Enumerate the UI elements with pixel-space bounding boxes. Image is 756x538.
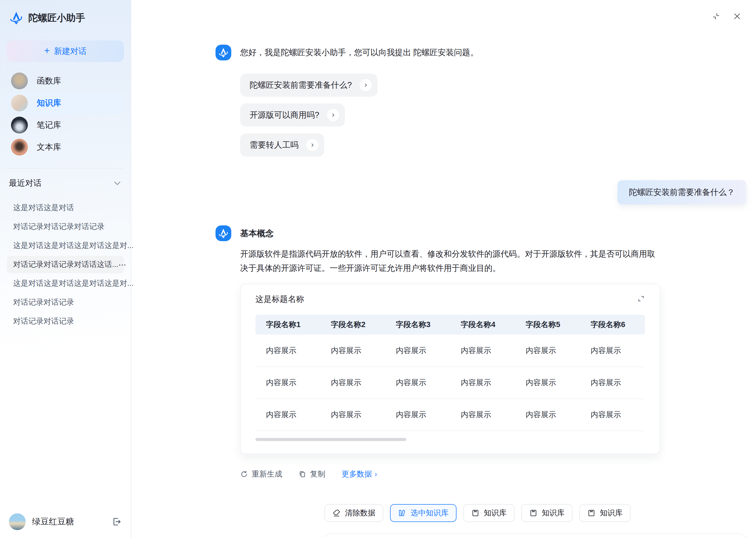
table-cell: 内容展示 (385, 335, 450, 367)
regenerate-button[interactable]: 重新生成 (240, 469, 282, 479)
table-cell: 内容展示 (320, 335, 385, 367)
user-message-row: 陀螺匠安装前需要准备什么？ (215, 180, 746, 204)
bot-answer-message: 基本概念 开源版软件是指源代码开放的软件，用户可以查看、修改和分发软件的源代码。… (215, 225, 756, 479)
user-message-bubble: 陀螺匠安装前需要准备什么？ (617, 180, 746, 204)
nav-item-label: 文本库 (37, 141, 61, 153)
sidebar: 陀螺匠小助手 + 新建对话 函数库 知识库 笔记库 文本库 最近对话 这 (0, 0, 131, 538)
refresh-icon (240, 470, 248, 478)
suggestion-label: 开源版可以商用吗? (250, 110, 319, 121)
column-header: 字段名称5 (515, 315, 580, 335)
conversation-item[interactable]: 对话记录对话记录对话记录 (7, 218, 124, 235)
answer-actions: 重新生成 复制 更多数据 › (240, 469, 662, 479)
user-avatar (9, 513, 26, 530)
column-header: 字段名称2 (320, 315, 385, 335)
bot-avatar (215, 225, 231, 241)
library-avatar (11, 73, 28, 89)
bot-greeting-message: 您好，我是陀螺匠安装小助手，您可以向我提出 陀螺匠安装问题。 (215, 45, 756, 60)
nav-item-knowledge-library[interactable]: 知识库 (7, 92, 124, 114)
table-cell: 内容展示 (385, 399, 450, 431)
nav-item-text-library[interactable]: 文本库 (7, 136, 124, 158)
more-options-icon[interactable]: ⋯ (118, 260, 127, 269)
conversation-item[interactable]: 这是对话这是对话这是对话这是对... (7, 237, 124, 254)
conversation-label: 对话记录对话记录 (13, 316, 74, 327)
library-nav: 函数库 知识库 笔记库 文本库 (7, 70, 124, 158)
conversation-label: 这是对话这是对话这是对话这是对... (13, 241, 134, 251)
new-chat-label: 新建对话 (54, 46, 87, 57)
app-header: 陀螺匠小助手 (7, 11, 124, 25)
new-chat-button[interactable]: + 新建对话 (7, 40, 124, 62)
table-row: 内容展示 内容展示 内容展示 内容展示 内容展示 内容展示 (256, 399, 645, 431)
column-header: 字段名称4 (450, 315, 515, 335)
nav-item-label: 知识库 (37, 97, 61, 108)
user-panel: 绿豆红豆糖 (7, 513, 124, 530)
conversation-item[interactable]: 这是对话这是对话这是对话这是对... (7, 275, 124, 292)
more-data-link[interactable]: 更多数据 › (342, 469, 377, 479)
recent-conversations: 这是对话这是对话 对话记录对话记录对话记录 这是对话这是对话这是对话这是对...… (7, 199, 124, 330)
chip-label: 知识库 (542, 508, 565, 518)
suggestion-label: 陀螺匠安装前需要准备什么? (250, 80, 352, 91)
table-cell: 内容展示 (515, 367, 580, 399)
bookmark-icon (587, 509, 595, 517)
main-area: 您好，我是陀螺匠安装小助手，您可以向我提出 陀螺匠安装问题。 陀螺匠安装前需要准… (131, 0, 756, 538)
bot-logo-icon (218, 47, 229, 58)
clear-data-chip[interactable]: 清除数据 (324, 504, 383, 522)
chevron-right-icon[interactable]: › (327, 109, 339, 121)
plus-icon: + (44, 46, 50, 55)
knowledge-base-chip[interactable]: 知识库 (521, 504, 573, 522)
user-name: 绿豆红豆糖 (32, 516, 74, 527)
conversation-item[interactable]: 对话记录对话记录 (7, 294, 124, 311)
recent-title: 最近对话 (9, 178, 41, 188)
suggestion-chip[interactable]: 需要转人工吗 › (240, 134, 324, 157)
chip-label: 知识库 (600, 508, 623, 518)
table-header-row: 字段名称1 字段名称2 字段名称3 字段名称4 字段名称5 字段名称6 (256, 315, 645, 335)
selected-knowledge-base-chip[interactable]: 选中知识库 (390, 504, 456, 522)
recent-header[interactable]: 最近对话 (7, 178, 124, 188)
logout-icon[interactable] (112, 517, 122, 527)
horizontal-scrollbar[interactable] (256, 438, 406, 441)
library-avatar (11, 117, 28, 134)
chevron-right-icon[interactable]: › (359, 79, 372, 91)
table-cell: 内容展示 (580, 367, 645, 399)
suggested-questions: 陀螺匠安装前需要准备什么? › 开源版可以商用吗? › 需要转人工吗 › (240, 74, 756, 157)
chip-label: 选中知识库 (410, 508, 449, 518)
bot-avatar (215, 45, 231, 60)
table-cell: 内容展示 (256, 335, 320, 367)
nav-item-function-library[interactable]: 函数库 (7, 70, 124, 92)
chevron-right-icon[interactable]: › (306, 139, 318, 151)
conversation-label: 这是对话这是对话这是对话这是对... (13, 278, 134, 289)
conversation-item[interactable]: 对话记录对话记录 (7, 313, 124, 330)
chevron-right-icon: › (375, 470, 377, 478)
card-title: 这是标题名称 (256, 294, 304, 305)
table-cell: 内容展示 (320, 399, 385, 431)
table-cell: 内容展示 (580, 399, 645, 431)
greeting-text: 您好，我是陀螺匠安装小助手，您可以向我提出 陀螺匠安装问题。 (240, 45, 662, 60)
conversation-item-selected[interactable]: 对话记录对话记录对话话这话... ⋯ (7, 256, 124, 273)
table-row: 内容展示 内容展示 内容展示 内容展示 内容展示 内容展示 (256, 367, 645, 399)
table-cell: 内容展示 (450, 335, 515, 367)
table-cell: 内容展示 (580, 335, 645, 367)
copy-button[interactable]: 复制 (299, 469, 325, 479)
suggestion-chip[interactable]: 开源版可以商用吗? › (240, 103, 345, 127)
close-icon[interactable] (733, 12, 741, 21)
suggestion-chip[interactable]: 陀螺匠安装前需要准备什么? › (240, 74, 377, 97)
nav-item-label: 笔记库 (37, 120, 61, 131)
knowledge-base-chip[interactable]: 知识库 (579, 504, 631, 522)
table-cell: 内容展示 (450, 399, 515, 431)
table-cell: 内容展示 (256, 399, 320, 431)
app-logo-icon (9, 11, 24, 25)
conversation-item[interactable]: 这是对话这是对话 (7, 199, 124, 216)
knowledge-base-chip[interactable]: 知识库 (463, 504, 514, 522)
conversation-label: 对话记录对话记录对话记录 (13, 221, 105, 232)
chevron-down-icon[interactable] (113, 179, 122, 188)
table-cell: 内容展示 (515, 399, 580, 431)
nav-item-note-library[interactable]: 笔记库 (7, 114, 124, 136)
more-data-label: 更多数据 (342, 469, 372, 479)
answer-body: 开源版软件是指源代码开放的软件，用户可以查看、修改和分发软件的源代码。对于开源版… (240, 247, 662, 275)
restore-window-icon[interactable] (712, 12, 720, 21)
books-icon (398, 509, 406, 517)
table-cell: 内容展示 (320, 367, 385, 399)
table-row: 内容展示 内容展示 内容展示 内容展示 内容展示 内容展示 (256, 335, 645, 367)
knowledge-base-toolbar: 清除数据 选中知识库 知识库 (324, 504, 756, 522)
expand-icon[interactable] (637, 295, 645, 303)
data-table-card: 这是标题名称 字段名称1 字段名称2 字段名称3 字段名称4 (240, 284, 660, 454)
